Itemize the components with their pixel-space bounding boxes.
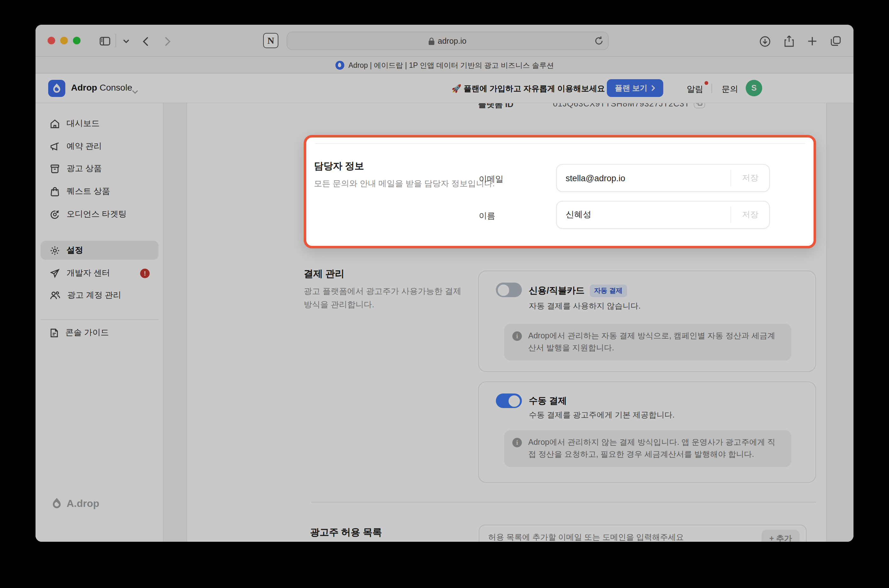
info-icon: i [512, 332, 522, 341]
email-label: 이메일 [479, 174, 504, 185]
close-window-button[interactable] [48, 37, 55, 44]
view-plan-button[interactable]: 플랜 보기 [606, 79, 663, 97]
forward-icon [160, 34, 175, 49]
header-divider [712, 84, 712, 93]
sidebar-toggle-icon[interactable] [97, 34, 112, 49]
email-save-button[interactable]: 저장 [731, 165, 769, 191]
notifications-link[interactable]: 알림 [687, 84, 703, 95]
tab-overview-icon[interactable] [828, 34, 843, 49]
brand-bold: Adrop [71, 82, 97, 93]
sidebar-item-label: 설정 [66, 244, 83, 256]
sidebar-item-quest-products[interactable]: 퀘스트 상품 [41, 182, 158, 201]
email-input[interactable] [566, 165, 724, 191]
brand-name: Adrop Console [71, 82, 132, 93]
sidebar-item-dashboard[interactable]: 대시보드 [41, 114, 158, 133]
plan-promo-text: 🚀 플랜에 가입하고 자유롭게 이용해보세요 [451, 84, 605, 94]
contact-label: 문의 [722, 84, 738, 94]
sidebar-item-console-guide[interactable]: 콘솔 가이드 [41, 323, 158, 342]
browser-toolbar: N adrop.io [36, 25, 853, 57]
sidebar-item-ad-products[interactable]: 광고 상품 [41, 159, 158, 178]
sidebar-footer-logo: A.drop [51, 497, 99, 509]
paper-plane-icon [50, 268, 60, 278]
toggle-knob [508, 395, 520, 406]
new-tab-icon[interactable] [805, 34, 820, 49]
sidebar-item-label: 예약 관리 [66, 141, 102, 152]
sidebar-item-label: 오디언스 타겟팅 [66, 208, 126, 220]
name-input[interactable] [566, 201, 724, 228]
notion-extension-icon[interactable]: N [263, 33, 278, 48]
app-body: 대시보드 예약 관리 광고 상품 퀘스트 상품 오디언스 타겟팅 [36, 103, 853, 542]
lock-icon [429, 37, 435, 45]
section-divider [311, 502, 816, 502]
name-field-group: 저장 [556, 201, 770, 229]
reload-icon[interactable] [595, 36, 603, 48]
auto-payment-info: i Adrop에서 관리하는 자동 결제 방식으로, 캠페인별 자동 정산과 세… [504, 324, 791, 360]
manual-payment-card: 수동 결제 수동 결제를 광고주에게 기본 제공합니다. i Adrop에서 관… [478, 381, 816, 483]
contact-link[interactable]: 문의 [722, 84, 738, 95]
address-bar[interactable]: adrop.io [287, 32, 609, 50]
auto-payment-title: 신용/직불카드 [529, 285, 585, 297]
avatar[interactable]: S [746, 80, 762, 96]
home-icon [50, 119, 60, 128]
megaphone-icon [50, 142, 60, 151]
gear-icon [50, 246, 60, 255]
archive-box-icon [50, 164, 60, 173]
auto-payment-toggle[interactable] [496, 283, 522, 297]
auto-payment-status: 자동 결제를 사용하지 않습니다. [529, 301, 641, 312]
allowlist-input[interactable] [488, 533, 729, 542]
brand-chevron-down-icon[interactable] [132, 85, 138, 96]
platform-id-label: 플랫폼 ID [478, 103, 513, 110]
manual-payment-info: i Adrop에서 관리하지 않는 결제 방식입니다. 앱 운영사가 광고주에게… [504, 430, 791, 467]
manual-payment-title: 수동 결제 [529, 395, 567, 407]
sidebar-chevron-down-icon[interactable] [119, 34, 134, 49]
zoom-window-button[interactable] [73, 37, 81, 44]
tab-title-bar[interactable]: Adrop | 에이드랍 | 1P 인앱 데이터 기반의 광고 비즈니스 솔루션 [36, 58, 853, 74]
auto-payment-info-text: Adrop에서 관리하는 자동 결제 방식으로, 캠페인별 자동 정산과 세금계… [528, 332, 775, 352]
allowlist-section-title: 광고주 허용 목록 [310, 526, 382, 538]
alert-badge: ! [140, 268, 150, 278]
add-button[interactable]: + 추가 [761, 530, 800, 542]
sidebar-item-label: 개발자 센터 [66, 267, 110, 279]
email-field-group: 저장 [556, 164, 770, 192]
platform-id-row: 플랫폼 ID 01JQ63CX9TTSH8M79327JT2C3T [187, 103, 827, 113]
payment-section-description: 광고 플랫폼에서 광고주가 사용가능한 결제 방식을 관리합니다. [304, 285, 463, 311]
contact-section-description: 모든 문의와 안내 메일을 받을 담당자 정보입니다. [314, 177, 504, 190]
minimize-window-button[interactable] [60, 37, 68, 44]
adrop-logo[interactable] [48, 80, 65, 97]
brand-suffix: Console [99, 82, 132, 93]
adrop-droplet-icon [51, 497, 62, 509]
manual-payment-status: 수동 결제를 광고주에게 기본 제공합니다. [529, 410, 675, 421]
avatar-initial: S [751, 84, 757, 93]
sidebar: 대시보드 예약 관리 광고 상품 퀘스트 상품 오디언스 타겟팅 [36, 103, 164, 542]
browser-window: N adrop.io [36, 25, 853, 542]
copy-icon[interactable] [694, 103, 705, 108]
sidebar-item-developer-center[interactable]: 개발자 센터 ! [41, 264, 158, 283]
footer-logo-text: A.drop [66, 498, 99, 509]
sidebar-item-settings[interactable]: 설정 [41, 241, 158, 260]
contact-section-title: 담당자 정보 [314, 160, 364, 172]
sidebar-item-label: 콘솔 가이드 [65, 327, 109, 338]
view-plan-label: 플랜 보기 [615, 82, 647, 93]
share-icon[interactable] [781, 34, 796, 49]
sidebar-item-audience-targeting[interactable]: 오디언스 타겟팅 [41, 205, 158, 224]
downloads-icon[interactable] [757, 34, 772, 49]
name-label: 이름 [479, 210, 495, 222]
name-save-button[interactable]: 저장 [731, 201, 769, 228]
users-icon [50, 291, 60, 300]
manual-payment-toggle[interactable] [496, 393, 522, 408]
allowlist-input-box: + 추가 [479, 525, 806, 542]
adrop-favicon [335, 61, 344, 70]
document-icon [50, 328, 58, 338]
back-icon[interactable] [138, 34, 153, 49]
notifications-label: 알림 [687, 84, 703, 94]
sidebar-item-label: 퀘스트 상품 [66, 186, 110, 197]
auto-payment-badge: 자동 결제 [590, 285, 627, 297]
platform-id-value: 01JQ63CX9TTSH8M79327JT2C3T [553, 103, 690, 108]
sidebar-item-reservations[interactable]: 예약 관리 [41, 137, 158, 156]
sidebar-divider [41, 320, 158, 320]
toggle-knob [498, 284, 509, 296]
contact-info-highlight-section: 담당자 정보 모든 문의와 안내 메일을 받을 담당자 정보입니다. 이메일 저… [304, 135, 816, 248]
sidebar-item-label: 광고 계정 관리 [67, 290, 121, 301]
sidebar-item-ad-account-management[interactable]: 광고 계정 관리 [41, 286, 158, 305]
sidebar-item-label: 광고 상품 [66, 163, 102, 174]
